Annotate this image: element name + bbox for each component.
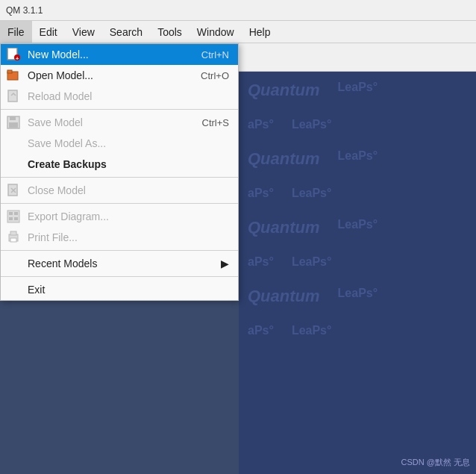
- menu-close-model: Close Model: [1, 180, 238, 201]
- watermark-leaps-5: LeaPs°: [329, 215, 387, 240]
- watermark-leaps-8a: aPs°: [239, 321, 283, 340]
- menu-item-help[interactable]: Help: [242, 21, 278, 43]
- watermark-leaps-2a: aPs°: [239, 115, 283, 134]
- reload-model-icon: [5, 88, 22, 105]
- recent-models-arrow: ▶: [221, 258, 229, 269]
- recent-models-label: Recent Models: [28, 258, 97, 269]
- create-backups-label: Create Backups: [28, 158, 107, 170]
- background-content: Quantum LeaPs° aPs° LeaPs° Quantum LeaPs…: [239, 72, 476, 474]
- new-model-label: New Model...: [28, 49, 89, 60]
- menu-new-model[interactable]: + New Model... Ctrl+N: [1, 44, 238, 65]
- separator-5: [1, 276, 238, 277]
- svg-rect-18: [10, 231, 16, 235]
- watermark-row-6: aPs° LeaPs°: [239, 246, 476, 278]
- menu-export-diagram: Export Diagram...: [1, 206, 238, 227]
- reload-model-label: Reload Model: [28, 90, 92, 102]
- svg-rect-5: [8, 90, 17, 102]
- print-file-label: Print File...: [28, 231, 78, 243]
- close-model-icon: [5, 182, 22, 199]
- watermark-quantum-1: Quantum: [239, 78, 329, 103]
- watermark-row-3: Quantum LeaPs°: [239, 140, 476, 178]
- save-model-icon: [5, 114, 22, 131]
- watermark-quantum-5: Quantum: [239, 215, 329, 240]
- svg-text:+: +: [16, 55, 19, 62]
- watermark-row-8: aPs° LeaPs°: [239, 315, 476, 346]
- watermark-leaps-4b: LeaPs°: [283, 184, 341, 203]
- print-file-icon: [5, 229, 22, 246]
- menu-create-backups[interactable]: Create Backups: [1, 154, 238, 175]
- svg-rect-16: [14, 217, 18, 220]
- csdn-badge: CSDN @默然 无息: [401, 457, 470, 468]
- watermark-leaps-6b: LeaPs°: [283, 252, 341, 272]
- title-bar-text: QM 3.1.1: [6, 5, 43, 16]
- watermark-quantum-3: Quantum: [239, 146, 329, 172]
- watermark-leaps-2b: LeaPs°: [283, 115, 341, 134]
- svg-rect-19: [10, 238, 16, 242]
- close-model-label: Close Model: [28, 184, 86, 196]
- menu-save-model-as: Save Model As...: [1, 133, 238, 154]
- watermark-leaps-6a: aPs°: [239, 252, 283, 272]
- new-model-icon: +: [5, 46, 22, 63]
- save-model-as-label: Save Model As...: [28, 137, 106, 149]
- svg-rect-15: [9, 217, 13, 220]
- exit-label: Exit: [28, 284, 45, 296]
- export-diagram-icon: [5, 208, 22, 225]
- file-dropdown-menu: + New Model... Ctrl+N Open Model... Ctrl…: [0, 43, 239, 301]
- export-diagram-label: Export Diagram...: [28, 211, 109, 222]
- menu-open-model[interactable]: Open Model... Ctrl+O: [1, 65, 238, 86]
- title-bar: QM 3.1.1: [0, 0, 476, 21]
- menu-item-search[interactable]: Search: [102, 21, 150, 43]
- menu-item-window[interactable]: Window: [190, 21, 242, 43]
- separator-4: [1, 250, 238, 251]
- watermark-quantum-7: Quantum: [239, 284, 329, 309]
- open-model-icon: [5, 67, 22, 84]
- menu-exit[interactable]: Exit: [1, 279, 238, 300]
- svg-rect-14: [14, 212, 18, 215]
- svg-rect-7: [10, 116, 16, 120]
- menu-recent-models[interactable]: Recent Models ▶: [1, 253, 238, 274]
- separator-3: [1, 203, 238, 204]
- menu-print-file: Print File...: [1, 227, 238, 248]
- svg-rect-4: [7, 70, 12, 73]
- menu-item-view[interactable]: View: [65, 21, 102, 43]
- watermark-row-1: Quantum LeaPs°: [239, 72, 476, 109]
- save-model-shortcut: Ctrl+S: [202, 117, 229, 128]
- menu-item-edit[interactable]: Edit: [32, 21, 65, 43]
- menu-bar: File Edit View Search Tools Window Help …: [0, 21, 476, 43]
- watermark-leaps-1: LeaPs°: [329, 78, 387, 103]
- watermark-leaps-4a: aPs°: [239, 184, 283, 203]
- separator-1: [1, 109, 238, 110]
- watermark-row-5: Quantum LeaPs°: [239, 209, 476, 246]
- separator-2: [1, 177, 238, 178]
- watermark-row-4: aPs° LeaPs°: [239, 178, 476, 209]
- watermark-leaps-7: LeaPs°: [329, 284, 387, 309]
- watermark-row-7: Quantum LeaPs°: [239, 278, 476, 315]
- menu-item-file[interactable]: File: [0, 21, 32, 43]
- open-model-label: Open Model...: [28, 69, 93, 81]
- svg-rect-13: [9, 212, 13, 215]
- save-model-label: Save Model: [28, 116, 83, 128]
- watermark-row-2: aPs° LeaPs°: [239, 109, 476, 140]
- menu-save-model: Save Model Ctrl+S: [1, 112, 238, 133]
- new-model-shortcut: Ctrl+N: [201, 49, 229, 60]
- menu-reload-model: Reload Model: [1, 86, 238, 107]
- watermark-leaps-8b: LeaPs°: [283, 321, 341, 340]
- watermark-grid: Quantum LeaPs° aPs° LeaPs° Quantum LeaPs…: [239, 72, 476, 474]
- svg-rect-8: [9, 122, 18, 128]
- open-model-shortcut: Ctrl+O: [201, 70, 229, 81]
- watermark-leaps-3: LeaPs°: [329, 146, 387, 172]
- menu-item-tools[interactable]: Tools: [150, 21, 190, 43]
